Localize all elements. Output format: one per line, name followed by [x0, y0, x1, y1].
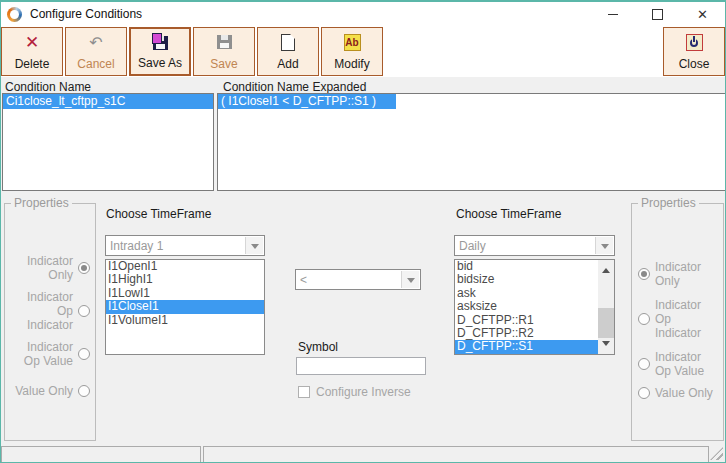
cancel-button[interactable]: ↶ Cancel — [65, 27, 127, 76]
radio-option[interactable]: Indicator Op Indicator — [638, 298, 701, 340]
modify-button[interactable]: Ab Modify — [321, 27, 383, 76]
radio-option[interactable]: Value Only — [638, 386, 713, 400]
indicator-item[interactable]: I1OpenI1 — [106, 260, 264, 273]
caption-buttons: ✕ — [590, 2, 725, 26]
save-as-button[interactable]: Save As — [129, 27, 191, 76]
indicator-item[interactable]: D_CFTPP::S1 — [455, 340, 598, 353]
indicator-item[interactable]: I1VolumeI1 — [106, 314, 264, 327]
radio-icon — [638, 387, 650, 399]
indicator-item[interactable]: I1HighI1 — [106, 273, 264, 286]
indicator-item[interactable]: I1CloseI1 — [106, 300, 264, 313]
symbol-input[interactable] — [296, 357, 426, 375]
right-timeframe-label: Choose TimeFrame — [456, 207, 561, 221]
add-button[interactable]: Add — [257, 27, 319, 76]
properties-group-right: Properties Indicator Only Indicator Op I… — [631, 203, 724, 441]
modify-ab-icon: Ab — [344, 33, 361, 51]
condition-expanded-list[interactable]: ( I1CloseI1 < D_CFTPP::S1 ) — [217, 93, 726, 191]
radio-option[interactable]: Value Only — [15, 384, 90, 398]
radio-icon — [638, 313, 650, 325]
chevron-down-icon[interactable] — [595, 237, 613, 254]
radio-icon — [78, 305, 90, 317]
radio-icon — [78, 385, 90, 397]
condition-name-header: Condition Name — [5, 80, 91, 94]
radio-option[interactable]: Indicator Op Value — [638, 350, 704, 378]
scrollbar — [598, 260, 614, 354]
resize-grip[interactable] — [710, 447, 723, 460]
delete-x-icon: ✕ — [25, 33, 39, 51]
close-button[interactable]: Close — [663, 27, 725, 76]
indicator-item[interactable]: D_CFTPP::R1 — [455, 314, 598, 327]
indicator-item[interactable]: I1LowI1 — [106, 287, 264, 300]
indicator-item[interactable]: asksize — [455, 300, 598, 313]
left-timeframe-combo[interactable]: Intraday 1 — [105, 235, 265, 256]
condition-name-expanded-header: Condition Name Expanded — [223, 80, 366, 94]
condition-name-list[interactable]: Ci1close_lt_cftpp_s1C — [2, 93, 214, 191]
chevron-down-icon[interactable] — [401, 271, 419, 288]
app-logo-icon — [7, 7, 22, 22]
maximize-icon — [652, 9, 663, 20]
checkbox-icon — [298, 386, 310, 398]
radio-icon — [638, 268, 650, 280]
left-timeframe-label: Choose TimeFrame — [106, 207, 211, 221]
radio-option[interactable]: Indicator Op Indicator — [27, 290, 90, 332]
maximize-button[interactable] — [635, 2, 680, 26]
operator-combo[interactable]: < — [295, 269, 421, 290]
status-panel-right — [203, 446, 709, 463]
save-icon — [217, 33, 232, 51]
properties-group-left: Properties Indicator Only Indicator Op I… — [4, 203, 96, 441]
indicator-item[interactable]: ask — [455, 287, 598, 300]
indicator-item[interactable]: D_CFTPP::R2 — [455, 327, 598, 340]
symbol-label: Symbol — [298, 340, 338, 354]
scroll-down-icon[interactable] — [598, 338, 614, 354]
undo-icon: ↶ — [89, 33, 102, 51]
right-indicator-list[interactable]: bidbidsizeaskasksizeD_CFTPP::R1D_CFTPP::… — [454, 259, 615, 355]
power-icon — [686, 33, 703, 51]
scrollbar-thumb[interactable] — [598, 308, 614, 338]
radio-option[interactable]: Indicator Only — [27, 254, 90, 282]
configure-inverse-checkbox[interactable]: Configure Inverse — [298, 385, 411, 399]
condition-row[interactable]: Ci1close_lt_cftpp_s1C — [3, 94, 213, 109]
indicator-item[interactable]: bidsize — [455, 273, 598, 286]
status-panel-left — [1, 446, 201, 463]
save-button[interactable]: Save — [193, 27, 255, 76]
toolbar: ✕ Delete ↶ Cancel Save As Save Add Ab Mo… — [1, 26, 725, 77]
radio-option[interactable]: Indicator Op Value — [24, 340, 90, 368]
radio-icon — [78, 348, 90, 360]
minimize-button[interactable] — [590, 2, 635, 26]
window-close-button[interactable]: ✕ — [680, 2, 725, 26]
delete-button[interactable]: ✕ Delete — [1, 27, 63, 76]
window-title: Configure Conditions — [30, 7, 142, 21]
radio-icon — [78, 262, 90, 274]
indicator-item[interactable]: bid — [455, 260, 598, 273]
chevron-down-icon[interactable] — [245, 237, 263, 254]
right-timeframe-combo[interactable]: Daily — [454, 235, 615, 256]
save-as-icon — [153, 34, 168, 52]
left-indicator-list[interactable]: I1OpenI1I1HighI1I1LowI1I1CloseI1I1Volume… — [105, 259, 265, 355]
title-bar: Configure Conditions ✕ — [1, 2, 725, 26]
condition-expanded-row[interactable]: ( I1CloseI1 < D_CFTPP::S1 ) — [218, 94, 396, 109]
scroll-up-icon[interactable] — [598, 260, 614, 276]
close-icon: ✕ — [697, 8, 708, 21]
radio-option[interactable]: Indicator Only — [638, 260, 701, 288]
add-page-icon — [281, 33, 295, 51]
minimize-icon — [608, 14, 618, 15]
configure-conditions-window: Configure Conditions ✕ ✕ Delete ↶ Cancel… — [0, 0, 726, 463]
radio-icon — [638, 358, 650, 370]
